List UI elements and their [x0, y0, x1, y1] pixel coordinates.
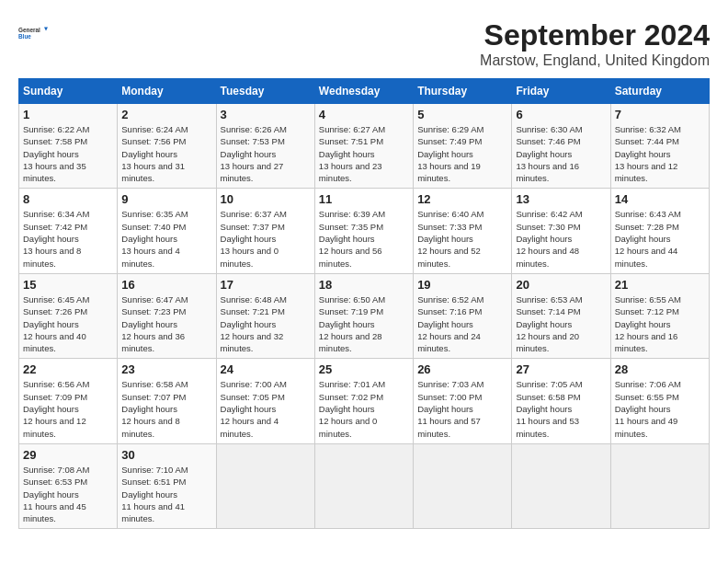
day-number: 5: [417, 108, 507, 121]
col-friday: Friday: [512, 79, 610, 104]
table-row: 19 Sunrise: 6:52 AM Sunset: 7:16 PM Dayl…: [414, 273, 512, 358]
col-thursday: Thursday: [414, 79, 512, 104]
table-row: 1 Sunrise: 6:22 AM Sunset: 7:58 PM Dayli…: [19, 104, 118, 189]
day-info: Sunrise: 6:45 AM Sunset: 7:26 PM Dayligh…: [23, 293, 113, 354]
day-info: Sunrise: 6:34 AM Sunset: 7:42 PM Dayligh…: [23, 208, 113, 269]
day-info: Sunrise: 6:58 AM Sunset: 7:07 PM Dayligh…: [121, 378, 211, 439]
day-info: Sunrise: 6:42 AM Sunset: 7:30 PM Dayligh…: [516, 208, 606, 269]
table-row: 26 Sunrise: 7:03 AM Sunset: 7:00 PM Dayl…: [414, 359, 512, 443]
table-row: 8 Sunrise: 6:34 AM Sunset: 7:42 PM Dayli…: [19, 189, 118, 273]
day-info: Sunrise: 6:48 AM Sunset: 7:21 PM Dayligh…: [221, 293, 311, 354]
svg-text:General: General: [18, 27, 40, 33]
page-header: General Blue September 2024 Marstow, Eng…: [18, 18, 710, 69]
table-row: [216, 443, 314, 528]
day-number: 25: [319, 362, 409, 376]
day-number: 27: [516, 362, 606, 376]
table-row: [610, 443, 709, 528]
day-number: 3: [221, 108, 311, 121]
table-row: 10 Sunrise: 6:37 AM Sunset: 7:37 PM Dayl…: [216, 189, 314, 273]
day-number: 10: [221, 192, 311, 206]
day-info: Sunrise: 6:47 AM Sunset: 7:23 PM Dayligh…: [121, 293, 211, 354]
table-row: [314, 443, 413, 528]
title-block: September 2024 Marstow, England, United …: [480, 18, 710, 69]
day-info: Sunrise: 6:39 AM Sunset: 7:35 PM Dayligh…: [319, 208, 409, 269]
day-number: 18: [319, 278, 409, 292]
day-number: 30: [121, 448, 211, 462]
day-info: Sunrise: 7:01 AM Sunset: 7:02 PM Dayligh…: [319, 378, 409, 439]
table-row: 12 Sunrise: 6:40 AM Sunset: 7:33 PM Dayl…: [414, 189, 512, 273]
svg-text:Blue: Blue: [18, 33, 31, 40]
table-row: 4 Sunrise: 6:27 AM Sunset: 7:51 PM Dayli…: [314, 104, 413, 189]
table-row: 16 Sunrise: 6:47 AM Sunset: 7:23 PM Dayl…: [118, 273, 216, 358]
page-subtitle: Marstow, England, United Kingdom: [480, 52, 710, 69]
day-number: 14: [615, 192, 705, 206]
table-row: 15 Sunrise: 6:45 AM Sunset: 7:26 PM Dayl…: [19, 273, 118, 358]
day-info: Sunrise: 6:56 AM Sunset: 7:09 PM Dayligh…: [23, 378, 113, 439]
day-info: Sunrise: 6:55 AM Sunset: 7:12 PM Dayligh…: [615, 293, 705, 354]
day-info: Sunrise: 6:27 AM Sunset: 7:51 PM Dayligh…: [319, 123, 409, 184]
col-saturday: Saturday: [610, 79, 709, 104]
table-row: 22 Sunrise: 6:56 AM Sunset: 7:09 PM Dayl…: [19, 359, 118, 443]
day-info: Sunrise: 6:32 AM Sunset: 7:44 PM Dayligh…: [615, 123, 705, 184]
day-number: 4: [319, 108, 409, 121]
table-row: 21 Sunrise: 6:55 AM Sunset: 7:12 PM Dayl…: [610, 273, 709, 358]
col-monday: Monday: [118, 79, 216, 104]
table-row: 30 Sunrise: 7:10 AM Sunset: 6:51 PM Dayl…: [118, 443, 216, 528]
day-number: 19: [417, 278, 507, 292]
day-info: Sunrise: 6:26 AM Sunset: 7:53 PM Dayligh…: [221, 123, 311, 184]
calendar-header-row: Sunday Monday Tuesday Wednesday Thursday…: [19, 79, 710, 104]
day-number: 16: [121, 278, 211, 292]
day-info: Sunrise: 6:37 AM Sunset: 7:37 PM Dayligh…: [221, 208, 311, 269]
table-row: 13 Sunrise: 6:42 AM Sunset: 7:30 PM Dayl…: [512, 189, 610, 273]
calendar-week-row: 29 Sunrise: 7:08 AM Sunset: 6:53 PM Dayl…: [19, 443, 710, 528]
day-number: 7: [615, 108, 705, 121]
table-row: 24 Sunrise: 7:00 AM Sunset: 7:05 PM Dayl…: [216, 359, 314, 443]
day-number: 20: [516, 278, 606, 292]
calendar-week-row: 22 Sunrise: 6:56 AM Sunset: 7:09 PM Dayl…: [19, 359, 710, 443]
day-info: Sunrise: 6:52 AM Sunset: 7:16 PM Dayligh…: [417, 293, 507, 354]
day-number: 8: [23, 192, 113, 206]
table-row: 29 Sunrise: 7:08 AM Sunset: 6:53 PM Dayl…: [19, 443, 118, 528]
day-number: 15: [23, 278, 113, 292]
calendar-week-row: 8 Sunrise: 6:34 AM Sunset: 7:42 PM Dayli…: [19, 189, 710, 273]
day-number: 28: [615, 362, 705, 376]
calendar-table: Sunday Monday Tuesday Wednesday Thursday…: [18, 78, 710, 529]
day-info: Sunrise: 6:24 AM Sunset: 7:56 PM Dayligh…: [121, 123, 211, 184]
table-row: 11 Sunrise: 6:39 AM Sunset: 7:35 PM Dayl…: [314, 189, 413, 273]
day-number: 2: [121, 108, 211, 121]
table-row: [414, 443, 512, 528]
day-number: 22: [23, 362, 113, 376]
day-info: Sunrise: 6:43 AM Sunset: 7:28 PM Dayligh…: [615, 208, 705, 269]
day-number: 29: [23, 448, 113, 462]
day-info: Sunrise: 7:10 AM Sunset: 6:51 PM Dayligh…: [121, 464, 211, 524]
page-title: September 2024: [480, 18, 710, 52]
logo-icon: General Blue: [18, 18, 48, 48]
day-info: Sunrise: 6:29 AM Sunset: 7:49 PM Dayligh…: [417, 123, 507, 184]
day-number: 11: [319, 192, 409, 206]
day-info: Sunrise: 7:06 AM Sunset: 6:55 PM Dayligh…: [615, 378, 705, 439]
day-info: Sunrise: 6:35 AM Sunset: 7:40 PM Dayligh…: [121, 208, 211, 269]
table-row: 23 Sunrise: 6:58 AM Sunset: 7:07 PM Dayl…: [118, 359, 216, 443]
day-info: Sunrise: 6:53 AM Sunset: 7:14 PM Dayligh…: [516, 293, 606, 354]
table-row: 9 Sunrise: 6:35 AM Sunset: 7:40 PM Dayli…: [118, 189, 216, 273]
day-info: Sunrise: 7:05 AM Sunset: 6:58 PM Dayligh…: [516, 378, 606, 439]
day-info: Sunrise: 6:40 AM Sunset: 7:33 PM Dayligh…: [417, 208, 507, 269]
day-info: Sunrise: 6:30 AM Sunset: 7:46 PM Dayligh…: [516, 123, 606, 184]
calendar-week-row: 1 Sunrise: 6:22 AM Sunset: 7:58 PM Dayli…: [19, 104, 710, 189]
table-row: 28 Sunrise: 7:06 AM Sunset: 6:55 PM Dayl…: [610, 359, 709, 443]
day-info: Sunrise: 7:03 AM Sunset: 7:00 PM Dayligh…: [417, 378, 507, 439]
table-row: 7 Sunrise: 6:32 AM Sunset: 7:44 PM Dayli…: [610, 104, 709, 189]
day-info: Sunrise: 7:00 AM Sunset: 7:05 PM Dayligh…: [221, 378, 311, 439]
day-number: 6: [516, 108, 606, 121]
table-row: 18 Sunrise: 6:50 AM Sunset: 7:19 PM Dayl…: [314, 273, 413, 358]
calendar-week-row: 15 Sunrise: 6:45 AM Sunset: 7:26 PM Dayl…: [19, 273, 710, 358]
day-number: 17: [221, 278, 311, 292]
col-sunday: Sunday: [19, 79, 118, 104]
day-info: Sunrise: 7:08 AM Sunset: 6:53 PM Dayligh…: [23, 464, 113, 524]
table-row: 6 Sunrise: 6:30 AM Sunset: 7:46 PM Dayli…: [512, 104, 610, 189]
col-wednesday: Wednesday: [314, 79, 413, 104]
table-row: 25 Sunrise: 7:01 AM Sunset: 7:02 PM Dayl…: [314, 359, 413, 443]
table-row: 14 Sunrise: 6:43 AM Sunset: 7:28 PM Dayl…: [610, 189, 709, 273]
svg-marker-2: [44, 28, 48, 31]
table-row: 27 Sunrise: 7:05 AM Sunset: 6:58 PM Dayl…: [512, 359, 610, 443]
